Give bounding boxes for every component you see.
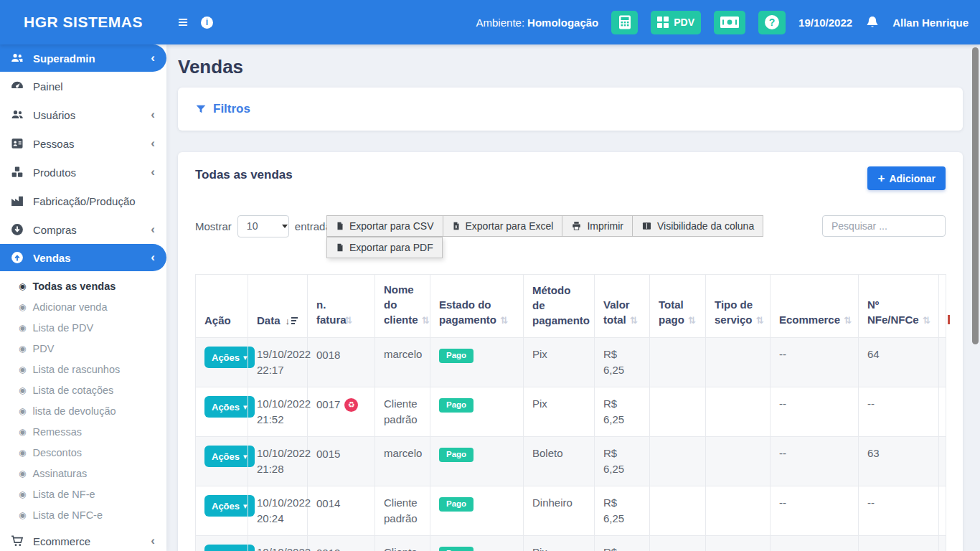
filters-toggle[interactable]: Filtros bbox=[195, 102, 250, 116]
table-row: Ações 10/10/202220:24 0014 Cliente padrã… bbox=[196, 486, 946, 536]
page-size-select[interactable]: 10 bbox=[237, 215, 289, 237]
pdv-button[interactable]: PDV bbox=[651, 11, 701, 34]
table-header-row: AçãoData↓n. faturaNome do clienteEstado … bbox=[196, 275, 946, 338]
return-badge-icon bbox=[344, 398, 358, 412]
sidebar: Superadmin Painel Usuários Pessoas Produ… bbox=[0, 44, 166, 551]
sidebar-item-vendas[interactable]: Vendas bbox=[0, 244, 166, 271]
cell-action: Ações bbox=[196, 387, 248, 437]
sales-card: Todas as vendas Adicionar Mostrar 10 ent… bbox=[178, 152, 963, 551]
submenu-item[interactable]: Lista de NFC-e bbox=[0, 504, 166, 525]
cell-nfe: -- bbox=[859, 486, 939, 536]
submenu-item[interactable]: Adicionar venda bbox=[0, 296, 166, 317]
cell-invoice: 0013 bbox=[308, 536, 375, 551]
cell-invoice: 0018 bbox=[308, 338, 375, 387]
row-actions-button[interactable]: Ações bbox=[204, 347, 255, 368]
printer-icon bbox=[571, 221, 582, 231]
info-icon[interactable] bbox=[201, 17, 213, 29]
column-visibility-button[interactable]: Visibilidade da coluna bbox=[632, 215, 763, 237]
status-badge: Pago bbox=[439, 398, 473, 413]
cell-payment-method: Pix bbox=[524, 536, 595, 551]
sidebar-item-usuarios[interactable]: Usuários bbox=[0, 100, 166, 129]
calculator-button[interactable] bbox=[611, 11, 638, 34]
submenu-item[interactable]: lista de devolução bbox=[0, 400, 166, 421]
column-header[interactable]: Nome do cliente bbox=[375, 275, 430, 338]
chevron-left-icon bbox=[151, 222, 155, 237]
cell-service-type bbox=[706, 387, 771, 437]
show-label: Mostrar bbox=[195, 220, 232, 232]
submenu-item[interactable]: Descontos bbox=[0, 442, 166, 463]
sidebar-item-pessoas[interactable]: Pessoas bbox=[0, 129, 166, 158]
chevron-left-icon bbox=[151, 534, 155, 548]
sort-desc-icon: ↓ bbox=[286, 317, 298, 326]
cell-paid bbox=[650, 486, 706, 536]
column-header[interactable]: n. fatura bbox=[308, 275, 375, 338]
cell-service-type bbox=[706, 536, 771, 551]
sidebar-item-painel[interactable]: Painel bbox=[0, 72, 166, 100]
users-icon bbox=[10, 108, 24, 122]
cell-action: Ações bbox=[196, 437, 248, 486]
cell-payment-method: Boleto bbox=[524, 437, 595, 486]
export-pdf-button[interactable]: Exportar para PDF bbox=[326, 237, 443, 258]
submenu-item[interactable]: Lista de PDV bbox=[0, 317, 166, 338]
column-header[interactable]: Estado do pagamento bbox=[430, 275, 524, 338]
cell-total: R$ 6,25 bbox=[595, 338, 650, 387]
vertical-scrollbar[interactable] bbox=[972, 47, 979, 344]
cell-invoice: 0017 bbox=[308, 387, 375, 437]
sidebar-item-ecommerce[interactable]: Ecommerce bbox=[0, 527, 166, 551]
hamburger-menu-icon[interactable] bbox=[178, 14, 188, 31]
submenu-item[interactable]: Lista de cotações bbox=[0, 380, 166, 400]
table-toolbar: Mostrar 10 entradas Exportar para CSV Ex… bbox=[195, 215, 946, 237]
submenu-item[interactable]: Todas as vendas bbox=[0, 276, 166, 296]
print-button[interactable]: Imprimir bbox=[562, 215, 633, 237]
row-actions-button[interactable]: Ações bbox=[204, 545, 255, 551]
sidebar-item-produtos[interactable]: Produtos bbox=[0, 158, 166, 187]
column-header[interactable]: Data↓ bbox=[248, 275, 308, 338]
cell-payment-method: Pix bbox=[524, 338, 595, 387]
submenu-item[interactable]: Remessas bbox=[0, 421, 166, 442]
cell-action: Ações bbox=[196, 338, 248, 387]
chevron-left-icon bbox=[151, 136, 155, 151]
row-actions-button[interactable]: Ações bbox=[204, 495, 255, 517]
chevron-left-icon bbox=[151, 165, 155, 179]
sidebar-item-fabricacao[interactable]: Fabricação/Produção bbox=[0, 187, 166, 215]
circle-up-icon bbox=[10, 250, 24, 265]
column-header[interactable]: Valor total bbox=[595, 275, 650, 338]
search-input[interactable] bbox=[822, 215, 946, 237]
column-header[interactable]: Ecommerce bbox=[771, 275, 859, 338]
sidebar-item-compras[interactable]: Compras bbox=[0, 215, 166, 244]
sidebar-item-superadmin[interactable]: Superadmin bbox=[0, 44, 166, 72]
export-csv-button[interactable]: Exportar para CSV bbox=[326, 215, 443, 237]
sidebar-item-label: Vendas bbox=[33, 252, 71, 264]
chevron-left-icon bbox=[151, 51, 155, 65]
sidebar-item-label: Fabricação/Produção bbox=[33, 195, 136, 207]
top-header: HGR SISTEMAS Ambiente:Homologação PDV 19… bbox=[0, 0, 980, 44]
user-menu[interactable]: Allan Henrique bbox=[892, 17, 969, 29]
cell-date: 10/10/202220:24 bbox=[248, 486, 308, 536]
circle-down-icon bbox=[10, 222, 24, 237]
cell-truncated bbox=[939, 437, 946, 486]
submenu-item[interactable]: Lista de NF-e bbox=[0, 484, 166, 504]
cell-ecommerce: -- bbox=[771, 338, 859, 387]
cash-button[interactable] bbox=[714, 11, 745, 34]
column-header[interactable]: Nº NFe/NFCe bbox=[859, 275, 939, 338]
columns-icon bbox=[641, 221, 652, 231]
row-actions-button[interactable]: Ações bbox=[204, 396, 255, 418]
bell-icon[interactable] bbox=[865, 14, 880, 30]
add-sale-button[interactable]: Adicionar bbox=[867, 166, 946, 190]
file-pdf-icon bbox=[336, 242, 344, 253]
row-actions-button[interactable]: Ações bbox=[204, 446, 255, 467]
cell-truncated bbox=[939, 338, 946, 387]
question-icon bbox=[765, 15, 779, 29]
sort-icon bbox=[844, 315, 852, 326]
submenu-item[interactable]: Lista de rascunhos bbox=[0, 359, 166, 380]
banknote-icon bbox=[720, 17, 739, 28]
column-header[interactable]: Total pago bbox=[650, 275, 706, 338]
submenu-item[interactable]: Assinaturas bbox=[0, 463, 166, 484]
column-header[interactable]: Tipo de serviço bbox=[706, 275, 771, 338]
chevron-left-icon bbox=[151, 250, 155, 265]
submenu-item[interactable]: PDV bbox=[0, 338, 166, 359]
export-excel-button[interactable]: Exportar para Excel bbox=[443, 215, 563, 237]
help-button[interactable] bbox=[758, 11, 786, 34]
sidebar-item-label: Produtos bbox=[33, 166, 76, 179]
cell-date: 19/10/202222:17 bbox=[248, 338, 308, 387]
